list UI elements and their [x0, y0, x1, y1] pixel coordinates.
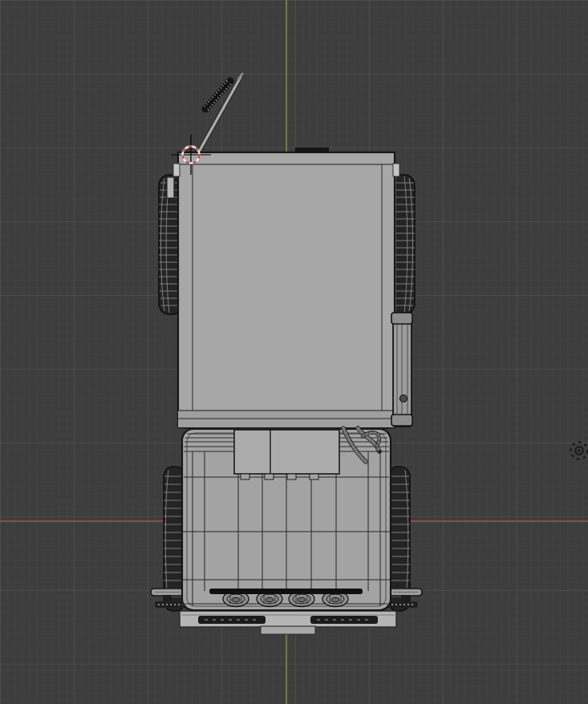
toolbox[interactable]	[234, 430, 339, 479]
mirror-left	[173, 164, 180, 176]
antenna[interactable]	[198, 74, 242, 153]
taillight-cluster-left	[198, 616, 266, 624]
empty-object-gizmo[interactable]	[571, 443, 588, 459]
side-step-left	[167, 177, 174, 198]
truck-cab[interactable]	[167, 148, 399, 427]
rear-bumper[interactable]	[180, 611, 396, 634]
taillight-cluster-right	[310, 616, 378, 624]
rear-rail-bar	[209, 589, 363, 594]
fuel-cap	[400, 395, 408, 403]
viewport-3d[interactable]	[0, 0, 588, 704]
truck-model[interactable]	[151, 74, 422, 634]
scene-layer	[0, 0, 588, 704]
mirror-right	[393, 164, 399, 176]
hitch-plate	[261, 626, 315, 634]
fuel-tank[interactable]	[391, 313, 412, 427]
